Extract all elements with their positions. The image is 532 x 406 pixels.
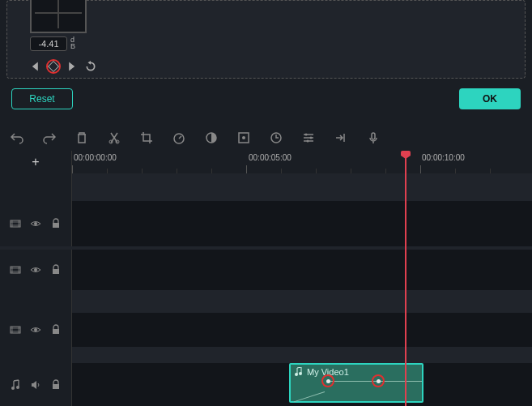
time-ruler[interactable]: 00:00:00:00 00:00:05:00 00:00:10:00 xyxy=(72,151,532,173)
ruler-row: + 00:00:00:00 00:00:05:00 00:00:10:00 xyxy=(0,151,532,173)
keyframe-point[interactable] xyxy=(372,374,385,387)
export-icon[interactable] xyxy=(334,130,348,145)
ruler-label: 00:00:10:00 xyxy=(422,153,465,162)
track-head xyxy=(0,250,72,290)
track-gap xyxy=(0,173,532,201)
db-unit-label: dB xyxy=(70,36,75,49)
mute-icon[interactable] xyxy=(30,379,41,391)
track-head-empty xyxy=(0,290,72,313)
add-track-icon[interactable]: + xyxy=(32,155,39,169)
timeline-toolbar xyxy=(0,126,532,150)
next-keyframe-icon[interactable] xyxy=(66,61,77,72)
track-head xyxy=(0,201,72,246)
track-head-spacer: + xyxy=(0,151,72,173)
visibility-icon[interactable] xyxy=(30,264,41,276)
svg-rect-10 xyxy=(372,133,375,139)
svg-point-15 xyxy=(34,268,37,271)
waveform-thumbnail: -40 xyxy=(30,0,87,33)
track-body[interactable] xyxy=(72,250,532,290)
color-icon[interactable] xyxy=(204,130,219,145)
svg-point-5 xyxy=(242,136,245,139)
crop-icon[interactable] xyxy=(139,130,154,145)
filmstrip-icon[interactable] xyxy=(10,324,21,335)
video-track-1 xyxy=(0,313,532,347)
svg-point-24 xyxy=(299,372,302,375)
video-track-3 xyxy=(0,201,532,246)
track-head-empty xyxy=(0,173,72,201)
ruler-label: 00:00:05:00 xyxy=(249,153,292,162)
add-keyframe-button[interactable] xyxy=(46,59,61,74)
ok-button[interactable]: OK xyxy=(459,88,521,109)
split-icon[interactable] xyxy=(107,130,121,145)
visibility-icon[interactable] xyxy=(30,324,41,335)
prev-keyframe-icon[interactable] xyxy=(30,61,41,72)
svg-rect-13 xyxy=(53,223,59,228)
lock-icon[interactable] xyxy=(50,264,62,276)
voiceover-icon[interactable] xyxy=(366,130,381,145)
keyframe-controls xyxy=(30,59,96,74)
duration-icon[interactable] xyxy=(269,130,283,145)
keyframe-point[interactable] xyxy=(321,374,334,387)
redo-icon[interactable] xyxy=(42,130,57,145)
track-head xyxy=(0,313,72,347)
svg-point-7 xyxy=(305,134,308,136)
playhead[interactable] xyxy=(405,151,406,406)
panel-buttons: Reset OK xyxy=(11,88,521,111)
svg-point-18 xyxy=(34,328,37,331)
svg-rect-19 xyxy=(53,329,59,334)
timeline-tracks: My Video1 xyxy=(0,173,532,406)
music-icon[interactable] xyxy=(10,379,21,391)
filmstrip-icon[interactable] xyxy=(10,264,21,276)
svg-rect-16 xyxy=(53,269,59,274)
svg-point-8 xyxy=(310,137,313,139)
delete-icon[interactable] xyxy=(74,130,89,145)
audio-panel: -40 -4.41 dB xyxy=(6,0,526,79)
track-body[interactable] xyxy=(72,313,532,347)
music-note-icon xyxy=(294,367,304,377)
svg-point-21 xyxy=(16,386,19,389)
lock-icon[interactable] xyxy=(50,324,62,335)
speed-icon[interactable] xyxy=(172,130,186,145)
ruler-label: 00:00:00:00 xyxy=(74,153,117,162)
audio-track-1: My Video1 xyxy=(0,363,532,406)
svg-point-20 xyxy=(11,387,15,390)
video-track-2 xyxy=(0,250,532,290)
track-gap xyxy=(0,347,532,363)
gain-value-input[interactable]: -4.41 xyxy=(30,36,67,51)
svg-rect-22 xyxy=(53,384,59,389)
svg-point-23 xyxy=(295,373,298,376)
visibility-icon[interactable] xyxy=(30,218,41,229)
svg-point-9 xyxy=(307,140,309,143)
reset-keyframe-icon[interactable] xyxy=(85,61,96,72)
lock-icon[interactable] xyxy=(50,218,62,229)
undo-icon[interactable] xyxy=(10,130,24,145)
svg-point-12 xyxy=(34,222,37,225)
lock-icon[interactable] xyxy=(50,379,62,391)
track-head xyxy=(0,363,72,406)
audio-clip[interactable]: My Video1 xyxy=(289,363,423,403)
track-body[interactable] xyxy=(72,201,532,246)
reset-button[interactable]: Reset xyxy=(11,88,73,109)
track-gap xyxy=(0,290,532,313)
filmstrip-icon[interactable] xyxy=(10,218,21,229)
adjust-icon[interactable] xyxy=(301,130,316,145)
track-body[interactable]: My Video1 xyxy=(72,363,532,406)
green-screen-icon[interactable] xyxy=(236,130,251,145)
track-head-empty xyxy=(0,347,72,363)
